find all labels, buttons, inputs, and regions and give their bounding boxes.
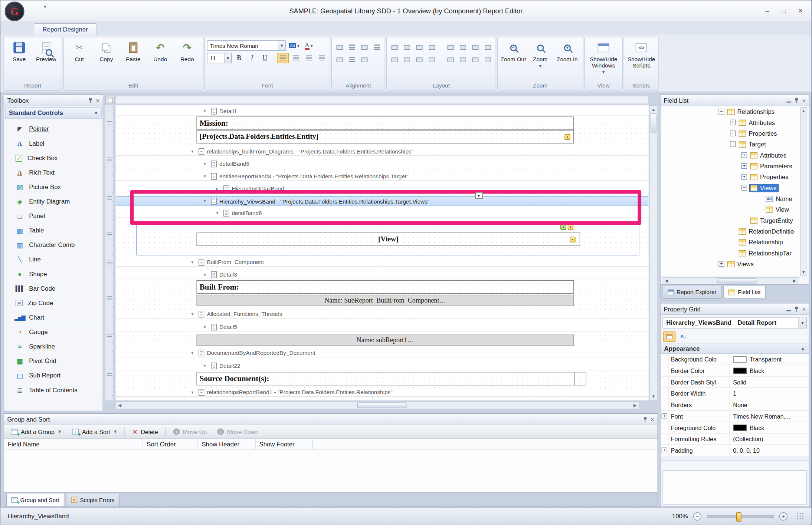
copy-button[interactable]: Copy (93, 39, 120, 62)
pin-icon[interactable] (794, 98, 799, 103)
tree-expander-icon[interactable] (730, 141, 736, 147)
toolbox-item[interactable]: Check Box (4, 151, 102, 165)
add-a-sort-button[interactable]: Add a Sort ▼ (68, 426, 122, 438)
align-lefts-button[interactable] (346, 42, 358, 52)
zoom-out-button[interactable]: − Zoom Out (500, 39, 527, 62)
tree-expander-icon[interactable] (741, 185, 747, 191)
scrollbar-thumb[interactable] (357, 402, 407, 408)
toolbox-item[interactable]: Chart (4, 310, 102, 325)
tab-group-and-sort[interactable]: Group and Sort (6, 493, 65, 506)
property-section-appearance[interactable]: Appearance ▲ (661, 343, 809, 354)
field-list-item[interactable]: TargetEntity (661, 215, 809, 226)
toolbox-item[interactable]: Rich Text (4, 165, 102, 180)
zoom-button[interactable]: Zoom ▼ (527, 39, 554, 69)
close-icon[interactable]: × (651, 417, 654, 422)
categorized-view-button[interactable] (663, 331, 676, 342)
collapse-arrow-icon[interactable] (204, 272, 209, 277)
pin-icon[interactable] (88, 98, 93, 103)
toolbox-item[interactable]: Table of Contents (4, 383, 102, 397)
expand-toggle-icon[interactable] (661, 411, 669, 422)
collapse-arrow-icon[interactable] (204, 161, 209, 166)
align-right-button[interactable] (303, 53, 315, 63)
zoom-in-slider-button[interactable]: + (779, 512, 788, 521)
close-button[interactable]: × (793, 4, 808, 17)
property-row[interactable]: Borders None (661, 399, 809, 411)
toolbox-item[interactable]: Entity Diagram (4, 194, 102, 209)
entity-field-cell[interactable]: [Projects.Data.Folders.Entities.Entity] (196, 130, 574, 143)
toolbox-item[interactable]: Bar Code (4, 281, 102, 296)
font-family-combo[interactable]: Times New Roman ▼ (207, 40, 285, 51)
tab-report-designer[interactable]: Report Designer (34, 23, 97, 35)
scroll-down-icon[interactable]: ▼ (800, 269, 807, 275)
band-header-documentedby-document[interactable]: DocumentedByAndReportedBy_Document (116, 349, 649, 357)
undo-button[interactable]: ↶ Undo (147, 39, 174, 62)
view-field-cell[interactable]: [View] (196, 232, 580, 246)
zoom-out-slider-button[interactable]: − (693, 512, 701, 521)
align-left-button[interactable] (277, 53, 289, 63)
cut-button[interactable]: ✂ Cut (66, 39, 93, 62)
pin-icon[interactable] (794, 306, 799, 311)
field-list-item[interactable]: Relationships (661, 106, 809, 117)
field-list-item[interactable]: Target (661, 139, 809, 149)
mission-label-cell[interactable]: Mission: (196, 116, 574, 130)
collapse-arrow-icon[interactable] (216, 186, 221, 191)
redo-button[interactable]: ↷ Redo (174, 39, 201, 62)
add-a-group-button[interactable]: Add a Group ▼ (6, 426, 66, 438)
designer-vertical-scrollbar[interactable]: ▲ ▼ (649, 105, 657, 400)
tab-field-list[interactable]: Field List (723, 286, 766, 299)
field-list-vertical-scrollbar[interactable]: ▲ ▼ (800, 107, 808, 276)
pin-icon[interactable] (643, 417, 648, 422)
scroll-up-icon[interactable]: ▲ (650, 106, 657, 113)
tab-scripts-errors[interactable]: ✕ Scripts Errors (66, 493, 120, 506)
scroll-left-icon[interactable]: ◀ (663, 278, 670, 284)
toolbox-item[interactable]: Shape (4, 267, 102, 281)
toolbox-item[interactable]: Picture Box (4, 180, 102, 194)
band-header-detailband6[interactable]: detailBand6 (116, 209, 649, 218)
horiz-spacing-decrease-button[interactable] (470, 42, 481, 52)
tree-expander-icon[interactable] (730, 120, 736, 125)
expand-toggle-icon[interactable] (661, 422, 669, 433)
band-header-detailband5[interactable]: detailBand5 (116, 159, 649, 168)
band-header-detail5[interactable]: Detail5 (116, 323, 649, 331)
tree-expander-icon[interactable] (741, 174, 747, 179)
close-icon[interactable]: × (96, 98, 99, 103)
toolbox-item[interactable]: Pointer (4, 122, 102, 136)
preview-button[interactable]: Preview (33, 39, 60, 62)
dock-icon[interactable] (786, 307, 791, 311)
tree-expander-icon[interactable] (741, 163, 747, 169)
toolbox-item[interactable]: Pivot Grid (4, 354, 102, 368)
same-width-button[interactable] (389, 42, 400, 52)
scroll-right-icon[interactable]: ▶ (632, 402, 639, 409)
align-centers-button[interactable] (359, 42, 370, 52)
expand-toggle-icon[interactable] (661, 433, 669, 444)
text-highlight-button[interactable]: ab▼ (287, 40, 302, 51)
zoom-slider-thumb[interactable] (736, 512, 741, 521)
combo-caret-icon[interactable]: ▼ (798, 317, 806, 328)
column-header[interactable]: Show Footer (256, 439, 313, 449)
save-button[interactable]: Save (6, 39, 33, 62)
toolbox-item[interactable]: Sub Report (4, 368, 102, 383)
align-rights-button[interactable] (371, 42, 383, 52)
tree-expander-icon[interactable] (718, 261, 724, 267)
band-header-hierarchy-viewsband-selected[interactable]: Hierarchy_ViewsBand - "Projects.Data.Fol… (116, 196, 649, 206)
combo-caret-icon[interactable]: ▼ (224, 53, 232, 63)
expand-toggle-icon[interactable] (661, 354, 669, 364)
font-size-combo[interactable]: 11 ▼ (207, 53, 232, 63)
minimize-button[interactable]: – (760, 4, 775, 17)
toolbox-item[interactable]: Sparkline (4, 339, 102, 354)
scroll-down-icon[interactable]: ▼ (650, 393, 657, 400)
field-list-item[interactable]: Attributes (661, 150, 809, 161)
delete-button[interactable]: ✕ Delete (128, 426, 163, 438)
field-list-item[interactable]: Properties (661, 128, 809, 139)
zoom-in-button[interactable]: + Zoom In (554, 39, 581, 62)
toolbox-item[interactable]: Panel (4, 209, 102, 223)
source-documents-label-cell[interactable]: Source Document(s): (196, 372, 586, 385)
group-and-sort-body[interactable] (4, 450, 657, 492)
bring-to-front-button[interactable] (445, 55, 456, 65)
scroll-right-icon[interactable]: ▶ (791, 278, 798, 284)
band-header-detail3[interactable]: Detail3 (116, 270, 649, 279)
align-middles-button[interactable] (346, 55, 358, 65)
same-height-button[interactable] (414, 42, 425, 52)
show-hide-windows-button[interactable]: Show/Hide Windows ▼ (587, 39, 620, 75)
collapse-arrow-icon[interactable] (191, 260, 196, 265)
